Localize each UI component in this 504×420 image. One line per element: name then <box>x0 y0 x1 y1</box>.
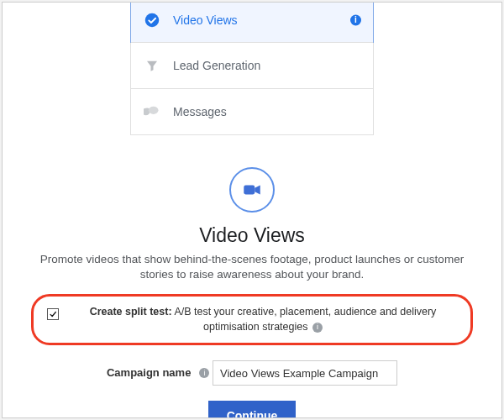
objective-item-video-views[interactable]: Video Views i <box>130 2 374 43</box>
ad-creation-panel: Video Views i Lead Generation Messages <box>2 2 502 418</box>
video-camera-icon <box>229 167 275 213</box>
objective-item-lead-generation[interactable]: Lead Generation <box>131 42 373 88</box>
split-test-row-highlight: Create split test: A/B test your creativ… <box>31 294 473 345</box>
objective-label: Messages <box>173 105 227 118</box>
funnel-icon <box>143 58 161 73</box>
objective-label: Lead Generation <box>173 59 260 72</box>
svg-point-1 <box>149 107 159 114</box>
objective-hero-icon-wrap <box>3 167 501 213</box>
check-circle-icon <box>143 13 161 28</box>
svg-rect-2 <box>244 186 255 195</box>
split-test-rest: A/B test your creative, placement, audie… <box>172 306 437 333</box>
objective-heading: Video Views <box>3 224 501 247</box>
campaign-name-row: Campaign namei <box>3 360 501 386</box>
objective-description: Promote videos that show behind-the-scen… <box>3 252 501 282</box>
info-icon[interactable]: i <box>199 368 209 378</box>
info-icon[interactable]: i <box>312 323 323 333</box>
messages-icon <box>143 103 161 120</box>
split-test-bold: Create split test: <box>90 306 172 318</box>
split-test-checkbox[interactable] <box>47 308 59 320</box>
svg-point-0 <box>145 13 160 27</box>
info-icon[interactable]: i <box>350 14 361 25</box>
split-test-label: Create split test: A/B test your creativ… <box>69 305 457 334</box>
continue-button[interactable]: Continue <box>208 401 297 418</box>
objective-label: Video Views <box>173 13 238 27</box>
campaign-name-label: Campaign name <box>107 366 191 379</box>
campaign-name-input[interactable] <box>213 360 397 386</box>
objective-list: Video Views i Lead Generation Messages <box>130 2 374 135</box>
objective-item-messages[interactable]: Messages <box>131 88 373 134</box>
